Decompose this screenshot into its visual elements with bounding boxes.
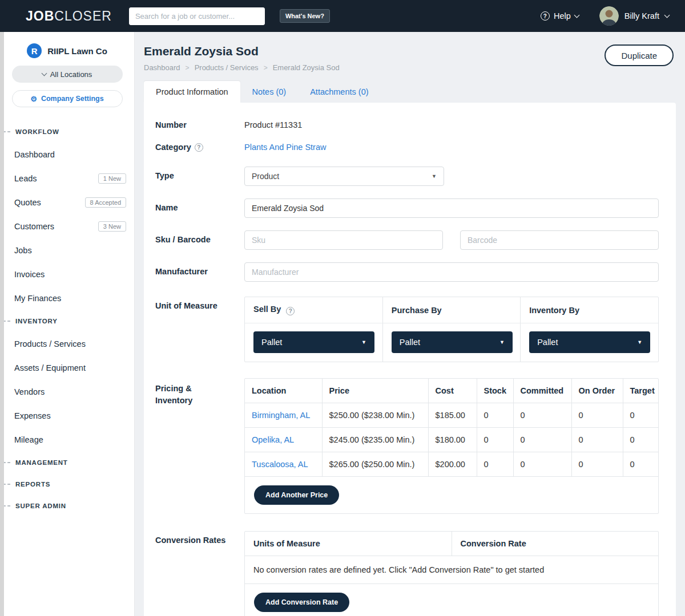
manufacturer-label: Manufacturer xyxy=(155,262,244,282)
unit-of-measure-table: Sell By ? Purchase By Inventory By Palle… xyxy=(245,297,658,362)
help-question-icon: ? xyxy=(541,11,550,21)
location-link[interactable]: Tuscaloosa, AL xyxy=(252,460,308,469)
user-name[interactable]: Billy Kraft xyxy=(624,11,659,21)
col-on-order: On Order xyxy=(571,379,623,403)
main-content: Emerald Zoysia Sod Dashboard > Products … xyxy=(135,32,685,616)
number-label: Number xyxy=(155,120,244,129)
section-workflow[interactable]: WORKFLOW xyxy=(0,121,134,143)
type-row: Type Product ▼ xyxy=(155,167,659,186)
app-logo: JOBCLOSER xyxy=(26,9,112,24)
number-row: Number Product #11331 xyxy=(155,120,659,129)
tab-product-information[interactable]: Product Information xyxy=(144,81,240,103)
uom-col-purchase-by: Purchase By xyxy=(382,297,520,323)
question-circle-icon[interactable]: ? xyxy=(286,307,295,315)
item-badge: 8 Accepted xyxy=(85,197,126,208)
sku-input[interactable] xyxy=(244,230,443,250)
whats-new-button[interactable]: What's New? xyxy=(280,9,330,23)
name-input[interactable] xyxy=(244,198,659,218)
section-reports[interactable]: REPORTS xyxy=(0,473,134,495)
manufacturer-input[interactable] xyxy=(244,262,659,282)
section-management[interactable]: MANAGEMENT xyxy=(0,452,134,473)
manufacturer-row: Manufacturer xyxy=(155,262,659,282)
add-another-price-button[interactable]: Add Another Price xyxy=(254,485,339,505)
all-locations-label: All Locations xyxy=(50,70,92,79)
sidebar-item-dashboard[interactable]: Dashboard xyxy=(0,143,134,167)
page-title: Emerald Zoysia Sod xyxy=(144,44,676,58)
sidebar-item-expenses[interactable]: Expenses xyxy=(0,404,134,428)
sidebar-item-vendors[interactable]: Vendors xyxy=(0,380,134,404)
sidebar-item-leads[interactable]: Leads 1 New xyxy=(0,167,134,191)
sku-barcode-row: Sku / Barcode xyxy=(155,230,659,250)
barcode-input[interactable] xyxy=(460,230,659,250)
type-label: Type xyxy=(155,167,244,186)
conversion-header-row: Units of Measure Conversion Rate xyxy=(245,532,658,556)
sidebar-item-products-services[interactable]: Products / Services xyxy=(0,332,134,356)
pricing-row-tuscaloosa: Tuscaloosa, AL $265.00 ($250.00 Min.) $2… xyxy=(245,452,658,477)
chevron-down-icon xyxy=(41,70,47,76)
location-link[interactable]: Opelika, AL xyxy=(252,435,294,444)
sell-by-select[interactable]: Pallet ▼ xyxy=(253,331,374,353)
inventory-by-select[interactable]: Pallet ▼ xyxy=(529,331,650,353)
chevron-down-icon xyxy=(664,12,670,18)
conversion-rates-table: Units of Measure Conversion Rate xyxy=(245,532,658,556)
sidebar-item-my-finances[interactable]: My Finances xyxy=(0,286,134,310)
col-price: Price xyxy=(322,379,428,403)
top-bar: JOBCLOSER What's New? ? Help Billy Kraft xyxy=(0,0,685,32)
sidebar-item-quotes[interactable]: Quotes 8 Accepted xyxy=(0,191,134,214)
breadcrumb-separator-icon: > xyxy=(186,64,190,72)
logo-light: CLOSER xyxy=(54,9,112,23)
tab-bar: Product Information Notes (0) Attachment… xyxy=(144,81,676,103)
conversion-empty-message: No conversion rates are defined yet. Cli… xyxy=(245,556,658,584)
sidebar-item-jobs[interactable]: Jobs xyxy=(0,238,134,262)
help-menu[interactable]: ? Help xyxy=(541,11,579,21)
uom-col-sell-by: Sell By ? xyxy=(245,297,382,323)
col-committed: Committed xyxy=(513,379,571,403)
chevron-down-icon: ▼ xyxy=(499,339,505,345)
user-avatar[interactable] xyxy=(599,6,619,26)
col-cost: Cost xyxy=(428,379,477,403)
type-select[interactable]: Product ▼ xyxy=(244,167,444,186)
tab-notes[interactable]: Notes (0) xyxy=(240,81,299,103)
duplicate-button[interactable]: Duplicate xyxy=(605,44,674,66)
purchase-by-select[interactable]: Pallet ▼ xyxy=(392,331,513,353)
breadcrumb-current: Emerald Zoysia Sod xyxy=(273,63,340,72)
sidebar-item-assets-equipment[interactable]: Assets / Equipment xyxy=(0,356,134,380)
chevron-down-icon xyxy=(574,12,579,18)
category-link[interactable]: Plants And Pine Straw xyxy=(244,142,659,152)
chevron-down-icon: ▼ xyxy=(432,173,437,179)
sidebar-item-mileage[interactable]: Mileage xyxy=(0,428,134,452)
unit-of-measure-row: Unit of Measure Sell By ? Purchase By In… xyxy=(155,297,659,362)
name-row: Name xyxy=(155,198,659,218)
sidebar-item-invoices[interactable]: Invoices xyxy=(0,262,134,286)
category-label-wrap: Category ? xyxy=(155,142,244,152)
col-target: Target xyxy=(623,379,658,403)
all-locations-dropdown[interactable]: All Locations xyxy=(12,66,123,83)
name-label: Name xyxy=(155,198,244,218)
number-value: Product #11331 xyxy=(244,120,659,129)
chevron-down-icon: ▼ xyxy=(361,339,366,345)
location-link[interactable]: Birmingham, AL xyxy=(252,411,310,420)
sidebar-item-customers[interactable]: Customers 3 New xyxy=(0,214,134,238)
company-settings-button[interactable]: ⚙ Company Settings xyxy=(12,90,123,107)
logo-bold: JOB xyxy=(26,9,54,23)
section-super-admin[interactable]: SUPER ADMIN xyxy=(0,495,134,517)
pricing-row-opelika: Opelika, AL $245.00 ($235.00 Min.) $180.… xyxy=(245,428,658,452)
pricing-header-row: Location Price Cost Stock Committed On O… xyxy=(245,379,658,403)
breadcrumb-dashboard[interactable]: Dashboard xyxy=(144,63,180,72)
company-header: R RIIPL Lawn Co xyxy=(0,43,134,58)
section-inventory[interactable]: INVENTORY xyxy=(0,310,134,332)
company-logo: R xyxy=(27,43,42,58)
chevron-down-icon: ▼ xyxy=(637,339,642,345)
breadcrumb-separator-icon: > xyxy=(264,64,268,72)
breadcrumb-products-services[interactable]: Products / Services xyxy=(195,63,259,72)
question-circle-icon[interactable]: ? xyxy=(195,143,203,152)
category-label: Category xyxy=(155,143,191,152)
conversion-rates-row: Conversion Rates Units of Measure Conver… xyxy=(155,531,659,616)
col-stock: Stock xyxy=(477,379,513,403)
sidebar-scrollbar[interactable] xyxy=(0,32,4,616)
company-settings-label: Company Settings xyxy=(41,95,104,103)
gear-icon: ⚙ xyxy=(30,95,37,103)
add-conversion-rate-button[interactable]: Add Conversion Rate xyxy=(254,593,349,612)
global-search-input[interactable] xyxy=(129,7,265,25)
tab-attachments[interactable]: Attachments (0) xyxy=(298,81,380,103)
